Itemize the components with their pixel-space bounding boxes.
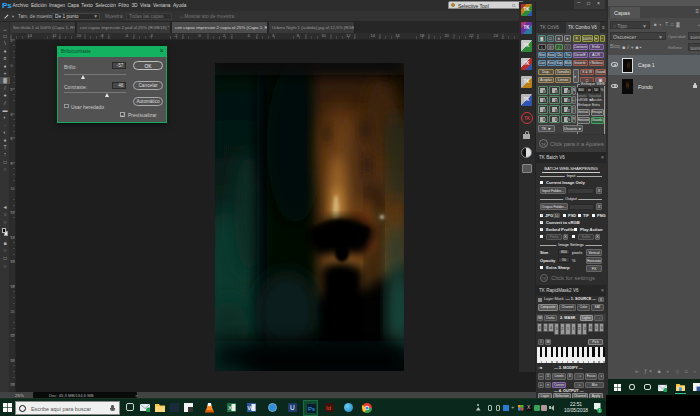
svg-text:X: X	[228, 405, 232, 411]
svg-text:Ps: Ps	[308, 406, 315, 412]
svg-text:Id: Id	[326, 405, 331, 411]
svg-text:W: W	[248, 405, 254, 411]
svg-text:U: U	[290, 404, 295, 411]
